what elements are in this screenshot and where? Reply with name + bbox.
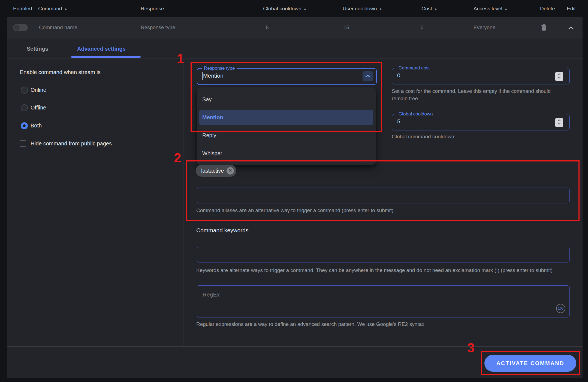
alias-help: Command aliases are an alternative way t…: [196, 207, 393, 214]
option-whisper[interactable]: Whisper: [197, 146, 376, 161]
column-header-access-level[interactable]: Access level▲: [474, 6, 508, 12]
global-cooldown-value: 5: [397, 118, 400, 125]
keywords-help: Keywords are alternate ways to trigger a…: [196, 267, 553, 274]
toggle-knob: [14, 25, 20, 30]
column-header-cost[interactable]: Cost▲: [421, 6, 437, 12]
row-divider: [7, 38, 583, 38]
row-response-type: Response type: [141, 25, 175, 30]
enabled-toggle[interactable]: [13, 24, 28, 31]
close-icon: [228, 168, 232, 173]
radio-online-label: Online: [31, 87, 46, 93]
global-cooldown-help: Global command cooldown: [392, 133, 454, 140]
row-cost: 0: [421, 25, 424, 30]
global-cooldown-label: Global cooldown: [396, 111, 435, 117]
select-collapse-button[interactable]: [363, 71, 373, 81]
radio-both[interactable]: [21, 122, 28, 129]
tabs-divider: [7, 59, 583, 59]
activate-command-button[interactable]: ACTIVATE COMMAND: [484, 355, 576, 372]
radio-both-label: Both: [31, 123, 42, 129]
keywords-title: Command keywords: [196, 227, 248, 234]
keywords-input[interactable]: [197, 247, 570, 262]
column-header-response: Response: [141, 6, 164, 12]
column-header-enabled: Enabled: [13, 6, 32, 12]
chevron-up-icon: [568, 26, 574, 30]
response-type-value: Mention: [203, 72, 224, 79]
column-divider: [183, 59, 183, 346]
column-header-edit: Edit: [567, 6, 576, 12]
number-stepper[interactable]: [555, 118, 563, 127]
text-cursor: [202, 72, 203, 80]
remove-alias-button[interactable]: [227, 167, 234, 175]
row-command-name: Command name: [39, 25, 77, 30]
command-cost-value: 0: [397, 72, 400, 79]
command-row: [7, 17, 583, 38]
regex-placeholder: RegEx: [203, 291, 220, 298]
active-tab-underline: [71, 56, 141, 58]
regex-help: Regular expressions are a way to define …: [196, 321, 424, 328]
tab-settings[interactable]: Settings: [27, 46, 48, 52]
alias-chip-label: lastactive: [201, 168, 224, 174]
row-access-level: Everyone: [474, 25, 495, 30]
regex-char-counter: 100: [556, 304, 565, 313]
option-mention[interactable]: Mention: [199, 110, 373, 125]
global-cooldown-input[interactable]: Global cooldown 5: [392, 114, 570, 130]
response-type-dropdown: Say Mention Reply Whisper: [197, 87, 376, 165]
delete-button[interactable]: [541, 24, 547, 32]
tab-advanced-settings[interactable]: Advanced settings: [77, 46, 126, 52]
alias-input[interactable]: [197, 188, 570, 203]
hide-command-checkbox[interactable]: [20, 140, 26, 147]
column-header-user-cooldown[interactable]: User cooldown▲: [343, 6, 382, 12]
row-global-cooldown: 5: [266, 25, 269, 30]
chevron-up-icon: [365, 74, 370, 79]
sort-asc-icon: ▲: [505, 7, 508, 10]
sort-asc-icon: ▲: [64, 7, 67, 10]
command-cost-input[interactable]: Command cost 0: [392, 68, 570, 84]
sort-asc-icon: ▲: [434, 7, 437, 10]
radio-offline-label: Offline: [31, 105, 46, 111]
collapse-row-button[interactable]: [568, 26, 574, 31]
trash-icon: [541, 27, 547, 32]
column-header-global-cooldown[interactable]: Global cooldown▲: [263, 6, 306, 12]
column-header-command[interactable]: Command▲: [38, 6, 67, 12]
radio-online[interactable]: [21, 87, 28, 94]
radio-offline[interactable]: [21, 104, 28, 111]
command-cost-label: Command cost: [396, 65, 432, 71]
alias-chip: lastactive: [196, 165, 236, 177]
option-say[interactable]: Say: [197, 92, 376, 107]
command-editor-page: Enabled Command▲ Response Global cooldow…: [0, 0, 588, 382]
response-type-select[interactable]: Response type Mention: [197, 68, 377, 85]
stepper-arrows-icon: [557, 119, 561, 126]
regex-textarea[interactable]: RegEx: [197, 285, 570, 317]
column-header-delete: Delete: [540, 6, 555, 12]
stream-state-label: Enable command when stream is: [20, 69, 101, 75]
option-reply[interactable]: Reply: [197, 128, 376, 143]
sort-asc-icon: ▲: [303, 7, 306, 10]
stepper-arrows-icon: [557, 73, 561, 80]
footer-divider: [7, 346, 583, 347]
sort-asc-icon: ▲: [379, 7, 382, 10]
row-user-cooldown: 15: [343, 25, 349, 30]
number-stepper[interactable]: [555, 72, 563, 81]
hide-command-label: Hide command from public pages: [31, 140, 112, 147]
command-cost-help: Set a cost for the command. Leave this e…: [392, 88, 566, 102]
response-type-label: Response type: [202, 66, 237, 71]
